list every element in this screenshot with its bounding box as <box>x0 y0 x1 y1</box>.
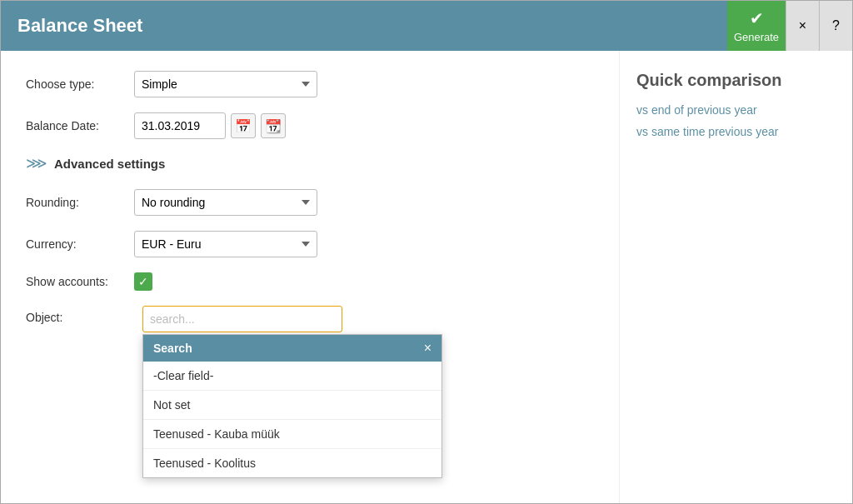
dropdown-header-label: Search <box>153 342 192 355</box>
quick-link-same-time-prev-year[interactable]: vs same time previous year <box>636 125 836 138</box>
dropdown-close-button[interactable]: × <box>424 342 431 355</box>
dropdown-item-clear[interactable]: -Clear field- <box>143 362 441 391</box>
advanced-settings-header[interactable]: ⋙ Advanced settings <box>26 154 594 172</box>
object-search-input[interactable] <box>142 306 342 332</box>
object-dropdown: Search × -Clear field- Not set Teenused … <box>142 334 442 478</box>
currency-label: Currency: <box>26 237 134 251</box>
content-area: Choose type: Simple Detailed Balance Dat… <box>1 51 852 503</box>
rounding-label: Rounding: <box>26 196 134 209</box>
advanced-settings-label: Advanced settings <box>54 157 165 171</box>
choose-type-row: Choose type: Simple Detailed <box>26 71 594 97</box>
object-label: Object: <box>26 306 134 324</box>
quick-comparison-title: Quick comparison <box>636 71 836 90</box>
balance-date-input[interactable] <box>134 112 226 139</box>
help-button[interactable]: ? <box>819 1 852 51</box>
quick-link-prev-year-end[interactable]: vs end of previous year <box>636 103 836 117</box>
generate-label: Generate <box>734 31 779 43</box>
currency-select[interactable]: EUR - Euru USD - Dollar <box>134 231 317 257</box>
calendar-alt-icon: 📆 <box>265 118 282 134</box>
object-row: Object: Choose many Search × -Clear fiel… <box>26 306 594 374</box>
date-controls: 📅 📆 <box>134 112 286 139</box>
show-accounts-label: Show accounts: <box>26 275 134 288</box>
balance-date-label: Balance Date: <box>26 119 134 132</box>
choose-type-label: Choose type: <box>26 77 134 91</box>
dropdown-item-teenused-kauba[interactable]: Teenused - Kauba müük <box>143 420 441 449</box>
calendar-alt-icon-button[interactable]: 📆 <box>261 113 286 138</box>
dropdown-header: Search × <box>143 335 441 362</box>
main-panel: Choose type: Simple Detailed Balance Dat… <box>1 51 619 503</box>
show-accounts-row: Show accounts: ✓ <box>26 272 594 291</box>
title-bar: Balance Sheet ✔ Generate × ? <box>1 1 852 51</box>
close-button[interactable]: × <box>786 1 819 51</box>
show-accounts-checkbox[interactable]: ✓ <box>134 272 152 291</box>
chevron-up-icon: ⋙ <box>26 154 47 172</box>
balance-date-row: Balance Date: 📅 📆 <box>26 112 594 139</box>
checkmark-icon: ✓ <box>138 275 148 288</box>
calendar-icon-button[interactable]: 📅 <box>231 113 256 138</box>
object-controls: Choose many Search × -Clear field- Not s… <box>142 306 342 374</box>
dropdown-item-teenused-koolitus[interactable]: Teenused - Koolitus <box>143 449 441 477</box>
window-title: Balance Sheet <box>17 15 142 37</box>
dropdown-item-not-set[interactable]: Not set <box>143 391 441 420</box>
generate-button[interactable]: ✔ Generate <box>727 1 786 51</box>
right-panel: Quick comparison vs end of previous year… <box>619 51 852 503</box>
rounding-row: Rounding: No rounding To thousands To mi… <box>26 189 594 216</box>
rounding-select[interactable]: No rounding To thousands To millions <box>134 189 317 216</box>
main-window: Balance Sheet ✔ Generate × ? Choose type… <box>0 0 853 504</box>
choose-type-select[interactable]: Simple Detailed <box>134 71 317 97</box>
title-bar-actions: ✔ Generate × ? <box>727 1 852 51</box>
currency-row: Currency: EUR - Euru USD - Dollar <box>26 231 594 257</box>
check-icon: ✔ <box>750 8 764 28</box>
calendar-icon: 📅 <box>235 118 252 134</box>
